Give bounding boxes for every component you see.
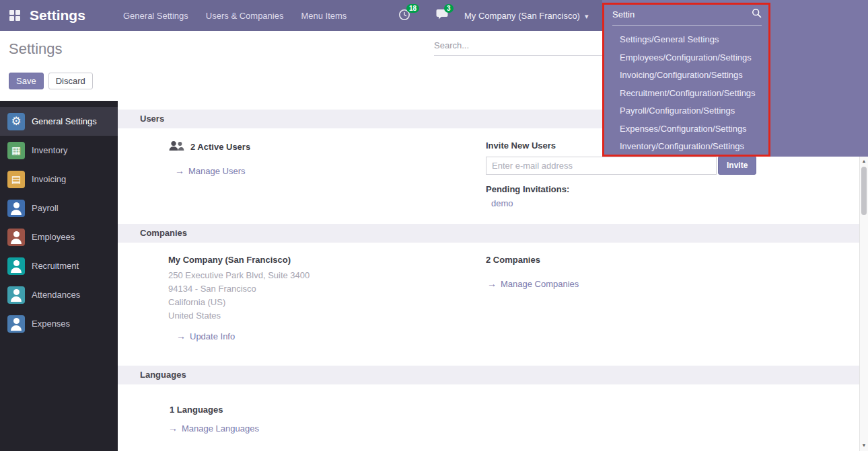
caret-down-icon <box>585 11 589 21</box>
menu-search-input[interactable] <box>612 9 748 19</box>
users-left-column: 2 Active Users Manage Users <box>168 140 486 208</box>
address-line: California (US) <box>168 296 486 309</box>
page-title: Settings <box>9 40 63 58</box>
messages-badge: 3 <box>444 4 454 13</box>
sidebar-item-attendances[interactable]: Attendances <box>0 280 118 309</box>
companies-left-column: My Company (San Francisco) 250 Executive… <box>168 255 486 341</box>
inventory-icon <box>7 142 25 159</box>
arrow-right-icon <box>175 165 184 176</box>
menu-users-companies[interactable]: Users & Companies <box>206 11 284 21</box>
sidebar-item-label: Invoicing <box>32 174 66 184</box>
activity-badge: 18 <box>406 4 419 13</box>
sidebar-item-label: General Settings <box>32 116 97 126</box>
search-result[interactable]: Invoicing/Configuration/Settings <box>604 67 768 85</box>
arrow-right-icon <box>176 331 186 341</box>
manage-companies-link[interactable]: Manage Companies <box>487 278 859 289</box>
navbar-menu: General Settings Users & Companies Menu … <box>123 0 347 31</box>
sidebar-item-general-settings[interactable]: General Settings <box>0 107 118 136</box>
manage-languages-label: Manage Languages <box>182 423 259 434</box>
activity-clock-icon[interactable]: 18 <box>398 9 413 22</box>
payroll-person-icon <box>7 200 25 217</box>
section-languages: 1 Languages Manage Languages <box>118 384 859 434</box>
invite-row: Invite <box>486 156 859 175</box>
companies-count: 2 Companies <box>486 255 859 265</box>
menu-menu-items[interactable]: Menu Items <box>301 11 347 21</box>
pending-invitations-label: Pending Invitations: <box>486 184 859 194</box>
sidebar-item-label: Inventory <box>32 145 67 155</box>
save-button[interactable]: Save <box>9 73 44 89</box>
apps-menu-icon[interactable] <box>9 10 20 21</box>
search-result[interactable]: Recruitment/Configuration/Settings <box>604 85 768 103</box>
address-line: 250 Executive Park Blvd, Suite 3400 <box>168 269 486 282</box>
messages-icon[interactable]: 3 <box>436 9 451 22</box>
search-result[interactable]: Inventory/Configuration/Settings <box>604 138 768 156</box>
search-result[interactable]: Payroll/Configuration/Settings <box>604 102 768 120</box>
scroll-up-arrow-icon[interactable] <box>860 157 868 165</box>
search-result[interactable]: Employees/Configuration/Settings <box>604 49 768 67</box>
invite-email-input[interactable] <box>486 157 717 175</box>
company-name: My Company (San Francisco) <box>464 11 580 21</box>
discard-button[interactable]: Discard <box>48 73 93 89</box>
invoicing-icon <box>7 171 25 188</box>
manage-companies-label: Manage Companies <box>501 279 579 289</box>
annotation-highlight-box: Settings/General Settings Employees/Conf… <box>602 3 770 157</box>
menu-search-dropdown: Settings/General Settings Employees/Conf… <box>602 0 868 157</box>
vertical-scrollbar[interactable] <box>859 156 868 451</box>
company-address: 250 Executive Park Blvd, Suite 3400 9413… <box>168 269 486 323</box>
menu-search <box>612 8 762 26</box>
gear-icon <box>7 113 25 130</box>
update-info-label: Update Info <box>190 331 235 341</box>
section-companies: My Company (San Francisco) 250 Executive… <box>118 243 859 366</box>
odoo-settings-screen: Settings General Settings Users & Compan… <box>0 0 868 451</box>
manage-users-link[interactable]: Manage Users <box>175 165 486 176</box>
menu-general-settings[interactable]: General Settings <box>123 11 188 21</box>
manage-users-label: Manage Users <box>188 166 246 176</box>
users-group-icon <box>168 140 184 153</box>
search-result[interactable]: Settings/General Settings <box>604 31 768 49</box>
sidebar-item-label: Employees <box>32 232 75 242</box>
section-languages-header: Languages <box>118 366 859 384</box>
active-users-row: 2 Active Users <box>168 140 486 153</box>
companies-right-column: 2 Companies Manage Companies <box>486 255 859 341</box>
scroll-down-arrow-icon[interactable] <box>860 442 868 450</box>
app-title: Settings <box>30 0 85 31</box>
active-users-count: 2 Active Users <box>190 142 250 152</box>
address-line: 94134 - San Francisco <box>168 282 486 296</box>
update-info-link[interactable]: Update Info <box>176 331 486 341</box>
invite-button[interactable]: Invite <box>718 156 756 175</box>
sidebar-item-expenses[interactable]: Expenses <box>0 309 118 338</box>
sidebar-item-label: Expenses <box>32 319 70 329</box>
sidebar-item-label: Attendances <box>32 290 80 300</box>
arrow-right-icon <box>487 278 497 289</box>
company-switcher[interactable]: My Company (San Francisco) <box>464 0 588 31</box>
sidebar-item-payroll[interactable]: Payroll <box>0 194 118 222</box>
search-result[interactable]: Expenses/Configuration/Settings <box>604 120 768 138</box>
search-icon <box>752 8 762 20</box>
manage-languages-link[interactable]: Manage Languages <box>168 423 859 434</box>
arrow-right-icon <box>168 423 178 434</box>
sidebar-item-employees[interactable]: Employees <box>0 222 118 251</box>
form-buttons: Save Discard <box>9 73 93 89</box>
expenses-person-icon <box>7 315 25 333</box>
scrollbar-thumb[interactable] <box>861 167 867 215</box>
sidebar-item-label: Payroll <box>32 203 59 213</box>
sidebar-item-recruitment[interactable]: Recruitment <box>0 251 118 280</box>
section-companies-header: Companies <box>118 224 859 243</box>
settings-sidebar: General Settings Inventory Invoicing Pay… <box>0 101 118 451</box>
languages-count: 1 Languages <box>170 405 859 415</box>
employees-person-icon <box>7 229 25 246</box>
attendances-person-icon <box>7 286 25 304</box>
sidebar-item-label: Recruitment <box>32 261 79 271</box>
recruitment-person-icon <box>7 257 25 275</box>
sidebar-item-inventory[interactable]: Inventory <box>0 136 118 165</box>
sidebar-item-invoicing[interactable]: Invoicing <box>0 165 118 194</box>
address-line: United States <box>168 309 486 323</box>
menu-search-results: Settings/General Settings Employees/Conf… <box>604 26 768 156</box>
current-company-name: My Company (San Francisco) <box>168 255 486 265</box>
pending-invitation-demo[interactable]: demo <box>491 198 513 208</box>
